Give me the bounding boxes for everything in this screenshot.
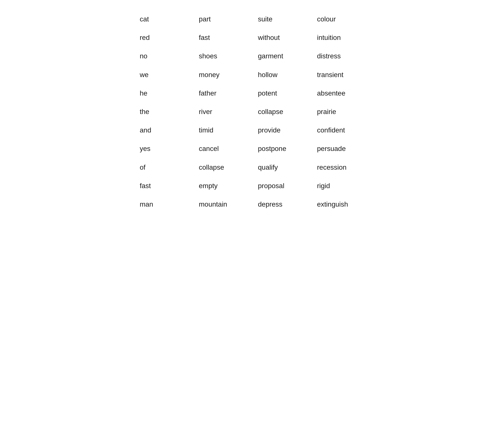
word-cell: collapse bbox=[252, 102, 311, 121]
word-cell: no bbox=[134, 47, 193, 65]
word-cell: recession bbox=[311, 158, 370, 177]
word-cell: colour bbox=[311, 10, 370, 28]
word-cell: father bbox=[193, 84, 252, 102]
word-cell: man bbox=[134, 195, 193, 213]
word-cell: persuade bbox=[311, 139, 370, 158]
word-cell: red bbox=[134, 28, 193, 47]
word-cell: cat bbox=[134, 10, 193, 28]
word-cell: cancel bbox=[193, 139, 252, 158]
word-cell: provide bbox=[252, 121, 311, 139]
word-cell: potent bbox=[252, 84, 311, 102]
word-cell: hollow bbox=[252, 65, 311, 84]
word-cell: depress bbox=[252, 195, 311, 213]
word-cell: river bbox=[193, 102, 252, 121]
word-cell: rigid bbox=[311, 177, 370, 195]
word-cell: confident bbox=[311, 121, 370, 139]
word-cell: intuition bbox=[311, 28, 370, 47]
word-cell: qualify bbox=[252, 158, 311, 177]
word-cell: yes bbox=[134, 139, 193, 158]
word-cell: proposal bbox=[252, 177, 311, 195]
word-cell: part bbox=[193, 10, 252, 28]
word-grid: catpartsuitecolourredfastwithoutintuitio… bbox=[134, 10, 370, 213]
word-cell: fast bbox=[193, 28, 252, 47]
word-cell: we bbox=[134, 65, 193, 84]
word-cell: fast bbox=[134, 177, 193, 195]
word-cell: extinguish bbox=[311, 195, 370, 213]
word-cell: empty bbox=[193, 177, 252, 195]
word-cell: suite bbox=[252, 10, 311, 28]
word-cell: timid bbox=[193, 121, 252, 139]
word-cell: collapse bbox=[193, 158, 252, 177]
word-cell: transient bbox=[311, 65, 370, 84]
word-cell: prairie bbox=[311, 102, 370, 121]
word-cell: postpone bbox=[252, 139, 311, 158]
word-cell: he bbox=[134, 84, 193, 102]
word-cell: distress bbox=[311, 47, 370, 65]
word-cell: absentee bbox=[311, 84, 370, 102]
word-cell: the bbox=[134, 102, 193, 121]
word-cell: mountain bbox=[193, 195, 252, 213]
word-cell: without bbox=[252, 28, 311, 47]
word-cell: and bbox=[134, 121, 193, 139]
word-cell: money bbox=[193, 65, 252, 84]
word-cell: garment bbox=[252, 47, 311, 65]
word-cell: shoes bbox=[193, 47, 252, 65]
word-cell: of bbox=[134, 158, 193, 177]
